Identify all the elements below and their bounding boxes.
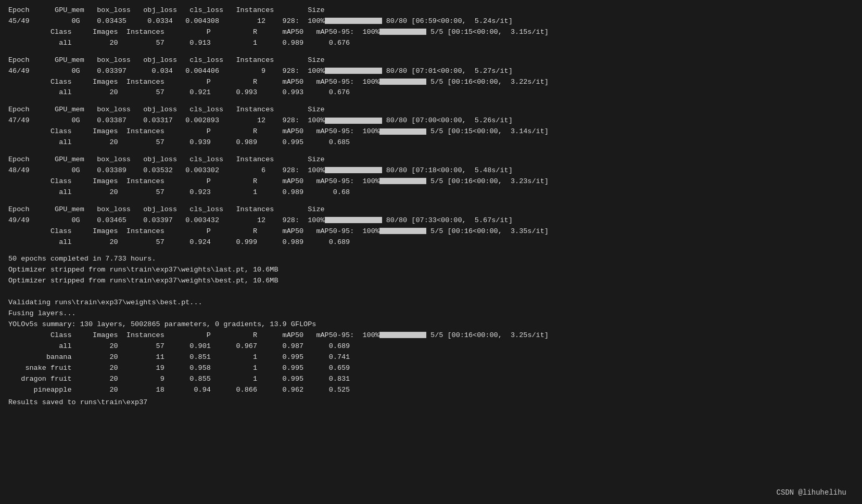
epoch47-result: all 20 57 0.939 0.989 0.995 0.685: [8, 137, 854, 148]
epoch46-result: all 20 57 0.921 0.993 0.993 0.676: [8, 87, 854, 98]
summary-line-5: Fusing layers...: [8, 308, 854, 319]
summary-line-4: Validating runs\train\exp37\weights\best…: [8, 298, 854, 308]
progress-bar-48-train: [325, 167, 382, 173]
summary-line-3: [8, 287, 854, 298]
epoch46-header: Epoch GPU_mem box_loss obj_loss cls_loss…: [8, 55, 854, 66]
epoch49-header: Epoch GPU_mem box_loss obj_loss cls_loss…: [8, 204, 854, 215]
progress-bar-45-train: [325, 18, 382, 24]
progress-bar-46-train: [325, 68, 382, 74]
brand-label: CSDN @lihuhelihu: [777, 488, 846, 497]
epoch46-eval: Class Images Instances P R mAP50 mAP50-9…: [8, 77, 854, 88]
progress-bar-49-train: [325, 217, 382, 223]
epoch-block-46: Epoch GPU_mem box_loss obj_loss cls_loss…: [8, 55, 854, 99]
epoch45-eval: Class Images Instances P R mAP50 mAP50-9…: [8, 27, 854, 38]
epoch47-eval: Class Images Instances P R mAP50 mAP50-9…: [8, 126, 854, 137]
epoch47-header: Epoch GPU_mem box_loss obj_loss cls_loss…: [8, 105, 854, 115]
val-row-dragon: dragon fruit 20 9 0.855 1 0.995 0.831: [8, 374, 854, 385]
progress-bar-val: [379, 332, 426, 338]
summary-line-2: Optimizer stripped from runs\train\exp37…: [8, 276, 854, 287]
progress-bar-46-eval: [379, 79, 426, 85]
val-row-pineapple: pineapple 20 18 0.94 0.866 0.962 0.525: [8, 385, 854, 396]
val-row-banana: banana 20 11 0.851 1 0.995 0.741: [8, 352, 854, 363]
epoch-block-49: Epoch GPU_mem box_loss obj_loss cls_loss…: [8, 204, 854, 248]
summary-line-0: 50 epochs completed in 7.733 hours.: [8, 254, 854, 265]
val-row-snake: snake fruit 20 19 0.958 1 0.995 0.659: [8, 363, 854, 374]
epoch45-header: Epoch GPU_mem box_loss obj_loss cls_loss…: [8, 5, 854, 16]
summary-line-1: Optimizer stripped from runs\train\exp37…: [8, 265, 854, 276]
epoch45-result: all 20 57 0.913 1 0.989 0.676: [8, 38, 854, 49]
progress-bar-47-eval: [379, 128, 426, 135]
final-line: Results saved to runs\train\exp37: [8, 397, 854, 408]
epoch48-result: all 20 57 0.923 1 0.989 0.68: [8, 187, 854, 198]
epoch49-result: all 20 57 0.924 0.999 0.989 0.689: [8, 237, 854, 248]
validation-block: Class Images Instances P R mAP50 mAP50-9…: [8, 330, 854, 396]
epoch48-train: 48/49 0G 0.03389 0.03532 0.003302 6 928:…: [8, 165, 854, 176]
epoch47-train: 47/49 0G 0.03387 0.03317 0.002893 12 928…: [8, 115, 854, 126]
epoch-block-45: Epoch GPU_mem box_loss obj_loss cls_loss…: [8, 5, 854, 49]
progress-bar-49-eval: [379, 228, 426, 234]
epoch48-header: Epoch GPU_mem box_loss obj_loss cls_loss…: [8, 154, 854, 165]
epoch48-eval: Class Images Instances P R mAP50 mAP50-9…: [8, 176, 854, 187]
epoch45-train: 45/49 0G 0.03435 0.0334 0.004308 12 928:…: [8, 16, 854, 27]
terminal: Epoch GPU_mem box_loss obj_loss cls_loss…: [8, 5, 854, 504]
validation-header: Class Images Instances P R mAP50 mAP50-9…: [8, 330, 854, 341]
summary-block: 50 epochs completed in 7.733 hours. Opti…: [8, 254, 854, 330]
progress-bar-48-eval: [379, 178, 426, 184]
epoch-block-47: Epoch GPU_mem box_loss obj_loss cls_loss…: [8, 105, 854, 148]
progress-bar-47-train: [325, 118, 382, 124]
epoch46-train: 46/49 0G 0.03397 0.034 0.004406 9 928: 1…: [8, 66, 854, 77]
val-row-all: all 20 57 0.901 0.967 0.987 0.689: [8, 341, 854, 352]
summary-line-6: YOLOv5s summary: 130 layers, 5002865 par…: [8, 319, 854, 330]
epoch49-train: 49/49 0G 0.03465 0.03397 0.003432 12 928…: [8, 215, 854, 226]
epoch49-eval: Class Images Instances P R mAP50 mAP50-9…: [8, 226, 854, 237]
progress-bar-45-eval: [379, 29, 426, 35]
epoch-block-48: Epoch GPU_mem box_loss obj_loss cls_loss…: [8, 154, 854, 198]
